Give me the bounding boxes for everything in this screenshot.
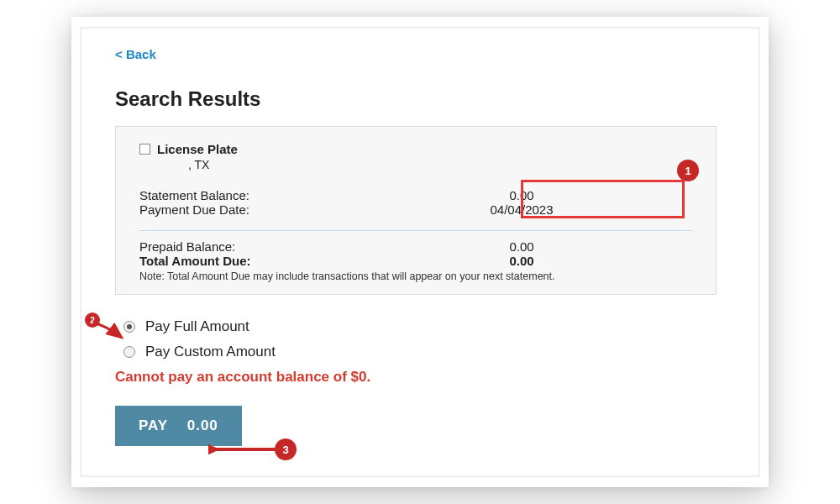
due-date-label: Payment Due Date: [139,202,383,217]
pay-button-amount: 0.00 [187,417,218,433]
annotation-badge-1: 1 [677,160,699,181]
divider [139,230,692,231]
stage: < Back Search Results License Plate , TX… [0,0,840,504]
statement-balance-label: Statement Balance: [139,188,383,202]
pay-custom-amount-option[interactable]: Pay Custom Amount [123,344,725,360]
pay-button-prefix: PAY [139,417,168,433]
radio-icon [123,346,135,358]
pay-full-amount-option[interactable]: Pay Full Amount [123,318,725,335]
payment-options: Pay Full Amount Pay Custom Amount [123,318,725,360]
prepaid-balance-label: Prepaid Balance: [139,239,383,254]
total-due-value: 0.00 [383,254,660,268]
error-message: Cannot pay an account balance of $0. [115,369,725,386]
total-due-note: Note: Total Amount Due may include trans… [139,270,692,282]
annotation-badge-2: 2 [85,312,100,328]
pay-button[interactable]: PAY 0.00 [115,406,242,446]
annotation-rect-1 [521,180,685,218]
pay-full-amount-label: Pay Full Amount [145,318,249,335]
license-plate-checkbox[interactable] [139,144,150,155]
page-title: Search Results [115,87,725,111]
pay-custom-amount-label: Pay Custom Amount [145,344,276,360]
radio-icon [123,321,135,333]
license-plate-row: License Plate [139,142,692,156]
prepaid-balance-value: 0.00 [383,239,660,254]
page-card: < Back Search Results License Plate , TX… [80,27,760,477]
back-link[interactable]: < Back [115,47,156,61]
license-plate-region: , TX [188,158,692,171]
totals-block: Prepaid Balance: 0.00 Total Amount Due: … [139,239,692,282]
total-due-label: Total Amount Due: [139,254,383,268]
license-plate-label: License Plate [157,142,238,156]
annotation-badge-3: 3 [275,438,297,460]
